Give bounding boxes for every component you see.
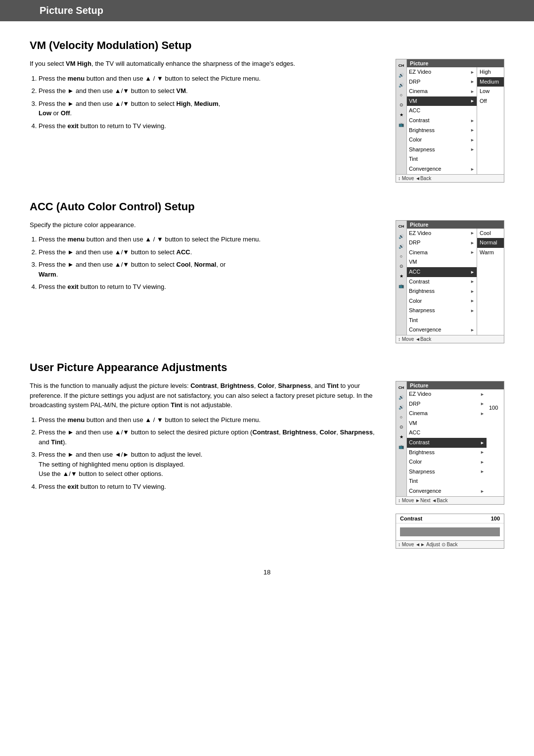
up-icon-tv: 📺 xyxy=(397,442,406,452)
user-picture-body: This is the function to manually adjust … xyxy=(30,381,504,549)
acc-icon-circle1: ○ xyxy=(397,251,406,261)
up-contrast-number: 100 xyxy=(487,404,504,411)
acc-icon-circle2: ⊙ xyxy=(397,261,406,271)
acc-item-cinema: Cinema► xyxy=(407,248,477,258)
up-menu-items: EZ Video► DRP► Cinema► VM ACC Contrast► … xyxy=(407,389,487,496)
acc-section: ACC (Auto Color Control) Setup Specify t… xyxy=(30,200,504,344)
acc-intro: Specify the picture color appearance. xyxy=(30,220,384,230)
acc-icon-speaker1: 🔊 xyxy=(397,232,406,241)
icon-ch: CH xyxy=(397,60,406,70)
vm-step-2: Press the ► and then use ▲/▼ button to s… xyxy=(39,86,384,96)
up-item-contrast: Contrast► xyxy=(407,438,487,448)
acc-item-ezvideo: EZ Video► xyxy=(407,229,477,238)
up-item-cinema: Cinema► xyxy=(407,409,487,419)
user-picture-intro: This is the function to manually adjust … xyxy=(30,381,384,410)
acc-sub-normal: Normal xyxy=(477,238,504,248)
acc-steps: Press the menu button and then use ▲ / ▼… xyxy=(39,235,384,292)
up-icon-circle1: ○ xyxy=(397,412,406,422)
acc-sub-options: Cool Normal Warm xyxy=(477,229,504,335)
acc-menu-list: Picture EZ Video► DRP► Cinema► VM ACC► C… xyxy=(407,221,504,335)
up-icon-speaker2: 🔊 xyxy=(397,402,406,412)
acc-step-1: Press the menu button and then use ▲ / ▼… xyxy=(39,235,384,244)
vm-item-convergence: Convergence► xyxy=(407,164,477,174)
page-header: Picture Setup xyxy=(0,0,534,21)
acc-icon-ch: CH xyxy=(397,222,406,232)
up-item-drp: DRP► xyxy=(407,399,487,409)
vm-item-vm: VM► xyxy=(407,96,477,106)
vm-sub-medium: Medium xyxy=(477,77,504,87)
acc-item-drp: DRP► xyxy=(407,238,477,248)
acc-sub-cool: Cool xyxy=(477,229,504,238)
acc-step-4: Press the exit button to return to TV vi… xyxy=(39,282,384,292)
acc-section-title: ACC (Auto Color Control) Setup xyxy=(30,200,504,213)
contrast-bar xyxy=(400,527,500,536)
up-item-color: Color► xyxy=(407,457,487,467)
acc-menu-footer: ↕ Move ◄Back xyxy=(396,335,504,343)
icon-circle2: ⊙ xyxy=(397,100,406,110)
up-step-2: Press the ► and then use ▲/▼ button to s… xyxy=(39,427,384,447)
up-menu-footer: ↕ Move ►Next ◄Back xyxy=(396,496,504,504)
vm-item-cinema: Cinema► xyxy=(407,87,477,96)
up-item-acc: ACC xyxy=(407,428,487,438)
icon-tv: 📺 xyxy=(397,120,406,130)
user-picture-steps: Press the menu button and then use ▲ / ▼… xyxy=(39,415,384,492)
acc-icon-star: ★ xyxy=(397,271,406,281)
user-picture-diagrams: CH 🔊 🔊 ○ ⊙ ★ 📺 Picture EZ Video► xyxy=(396,381,504,549)
up-diagram-inner: CH 🔊 🔊 ○ ⊙ ★ 📺 Picture EZ Video► xyxy=(396,381,504,496)
up-item-ezvideo: EZ Video► xyxy=(407,389,487,399)
up-icon-circle2: ⊙ xyxy=(397,422,406,432)
vm-section-text: If you select VM High, the TV will autom… xyxy=(30,59,384,136)
acc-section-body: Specify the picture color appearance. Pr… xyxy=(30,220,504,344)
up-menu-list: Picture EZ Video► DRP► Cinema► VM ACC Co… xyxy=(407,381,504,496)
contrast-footer: ↕ Move ◄► Adjust ⊙ Back xyxy=(396,540,504,548)
up-icon-speaker1: 🔊 xyxy=(397,392,406,402)
up-step-4: Press the exit button to return to TV vi… xyxy=(39,482,384,492)
acc-sub-warm: Warm xyxy=(477,248,504,258)
acc-item-tint: Tint xyxy=(407,316,477,326)
up-item-brightness: Brightness► xyxy=(407,448,487,458)
vm-diagram-inner: CH 🔊 🔊 ○ ⊙ ★ 📺 Picture EZ Video► DRP► Ci… xyxy=(396,59,504,174)
acc-icon-speaker2: 🔊 xyxy=(397,241,406,251)
vm-item-brightness: Brightness► xyxy=(407,126,477,136)
up-item-convergence: Convergence► xyxy=(407,486,487,496)
vm-menu-diagram: CH 🔊 🔊 ○ ⊙ ★ 📺 Picture EZ Video► DRP► Ci… xyxy=(396,59,504,183)
up-menu-header: Picture xyxy=(407,381,504,389)
vm-menu-items: EZ Video► DRP► Cinema► VM► ACC Contrast►… xyxy=(407,67,477,174)
contrast-adjust-box: Contrast 100 ↕ Move ◄► Adjust ⊙ Back xyxy=(396,514,504,549)
vm-item-sharpness: Sharpness► xyxy=(407,145,477,155)
page-title: Picture Setup xyxy=(40,5,103,16)
icon-speaker2: 🔊 xyxy=(397,80,406,90)
contrast-label: Contrast xyxy=(400,516,422,521)
vm-steps: Press the menu button and then use ▲ / ▼… xyxy=(39,74,384,131)
vm-item-drp: DRP► xyxy=(407,77,477,87)
vm-item-contrast: Contrast► xyxy=(407,116,477,126)
acc-item-sharpness: Sharpness► xyxy=(407,306,477,316)
vm-menu-header: Picture xyxy=(407,59,504,67)
icon-star: ★ xyxy=(397,110,406,120)
up-step-3: Press the ► and then use ◄/► button to a… xyxy=(39,450,384,479)
acc-item-color: Color► xyxy=(407,296,477,306)
vm-menu-list: Picture EZ Video► DRP► Cinema► VM► ACC C… xyxy=(407,59,504,174)
acc-step-3: Press the ► and then use ▲/▼ button to s… xyxy=(39,260,384,279)
acc-menu-header: Picture xyxy=(407,221,504,229)
up-item-vm: VM xyxy=(407,419,487,428)
vm-section: VM (Velocity Modulation) Setup If you se… xyxy=(30,39,504,183)
acc-menu-with-sub: EZ Video► DRP► Cinema► VM ACC► Contrast►… xyxy=(407,229,504,335)
vm-item-tint: Tint xyxy=(407,154,477,164)
up-item-tint: Tint xyxy=(407,476,487,486)
vm-item-acc: ACC xyxy=(407,106,477,116)
acc-item-acc: ACC► xyxy=(407,267,477,277)
up-icon-star: ★ xyxy=(397,432,406,442)
acc-menu-diagram: CH 🔊 🔊 ○ ⊙ ★ 📺 Picture EZ Video► DRP► Ci… xyxy=(396,220,504,344)
vm-sub-low: Low xyxy=(477,87,504,96)
vm-section-title: VM (Velocity Modulation) Setup xyxy=(30,39,504,52)
user-picture-section: User Picture Appearance Adjustments This… xyxy=(30,361,504,549)
icon-speaker1: 🔊 xyxy=(397,70,406,80)
acc-item-brightness: Brightness► xyxy=(407,286,477,296)
vm-step-3: Press the ► and then use ▲/▼ button to s… xyxy=(39,99,384,118)
user-picture-title: User Picture Appearance Adjustments xyxy=(30,361,504,374)
vm-menu-footer: ↕ Move ◄Back xyxy=(396,174,504,182)
up-step-1: Press the menu button and then use ▲ / ▼… xyxy=(39,415,384,425)
contrast-value: 100 xyxy=(491,516,500,521)
acc-icon-tv: 📺 xyxy=(397,281,406,291)
